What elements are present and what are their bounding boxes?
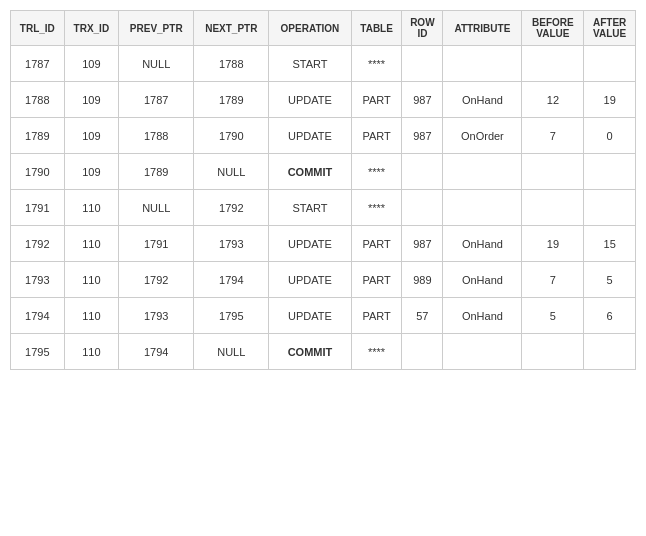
cell-table: PART	[351, 82, 402, 118]
cell-trl_id: 1790	[11, 154, 65, 190]
cell-table: ****	[351, 190, 402, 226]
cell-next_ptr: NULL	[194, 334, 269, 370]
cell-table: ****	[351, 154, 402, 190]
cell-prev_ptr: NULL	[119, 190, 194, 226]
table-row: 178810917871789UPDATEPART987OnHand1219	[11, 82, 636, 118]
cell-before_value	[522, 190, 584, 226]
cell-next_ptr: 1792	[194, 190, 269, 226]
cell-next_ptr: NULL	[194, 154, 269, 190]
cell-row_id: 57	[402, 298, 443, 334]
cell-next_ptr: 1794	[194, 262, 269, 298]
cell-operation: COMMIT	[269, 154, 352, 190]
cell-before_value: 7	[522, 262, 584, 298]
cell-after_value	[584, 190, 636, 226]
cell-trx_id: 110	[64, 262, 118, 298]
cell-trx_id: 109	[64, 154, 118, 190]
col-header-row-id: ROWID	[402, 11, 443, 46]
cell-next_ptr: 1789	[194, 82, 269, 118]
cell-next_ptr: 1790	[194, 118, 269, 154]
cell-after_value	[584, 154, 636, 190]
col-header-attribute: ATTRIBUTE	[443, 11, 522, 46]
cell-operation: UPDATE	[269, 82, 352, 118]
cell-operation: COMMIT	[269, 334, 352, 370]
cell-trl_id: 1791	[11, 190, 65, 226]
cell-after_value: 19	[584, 82, 636, 118]
cell-row_id: 987	[402, 118, 443, 154]
cell-operation: UPDATE	[269, 262, 352, 298]
cell-trl_id: 1788	[11, 82, 65, 118]
cell-attribute: OnOrder	[443, 118, 522, 154]
cell-attribute: OnHand	[443, 226, 522, 262]
cell-prev_ptr: NULL	[119, 46, 194, 82]
cell-trx_id: 109	[64, 46, 118, 82]
table-row: 1787109NULL1788START****	[11, 46, 636, 82]
cell-before_value: 5	[522, 298, 584, 334]
cell-trx_id: 110	[64, 298, 118, 334]
cell-prev_ptr: 1794	[119, 334, 194, 370]
col-header-before-value: BEFOREVALUE	[522, 11, 584, 46]
cell-attribute: OnHand	[443, 82, 522, 118]
cell-before_value	[522, 154, 584, 190]
cell-row_id	[402, 154, 443, 190]
col-header-next-ptr: NEXT_PTR	[194, 11, 269, 46]
cell-trl_id: 1787	[11, 46, 65, 82]
cell-prev_ptr: 1788	[119, 118, 194, 154]
cell-table: PART	[351, 262, 402, 298]
cell-table: ****	[351, 334, 402, 370]
table-row: 179411017931795UPDATEPART57OnHand56	[11, 298, 636, 334]
cell-prev_ptr: 1789	[119, 154, 194, 190]
cell-trl_id: 1792	[11, 226, 65, 262]
cell-after_value: 0	[584, 118, 636, 154]
cell-trl_id: 1793	[11, 262, 65, 298]
cell-before_value: 7	[522, 118, 584, 154]
cell-attribute: OnHand	[443, 298, 522, 334]
cell-attribute	[443, 154, 522, 190]
cell-after_value	[584, 334, 636, 370]
cell-trx_id: 110	[64, 226, 118, 262]
cell-attribute	[443, 190, 522, 226]
cell-row_id	[402, 46, 443, 82]
cell-trx_id: 109	[64, 82, 118, 118]
col-header-after-value: AFTERVALUE	[584, 11, 636, 46]
cell-prev_ptr: 1791	[119, 226, 194, 262]
table-row: 17901091789NULLCOMMIT****	[11, 154, 636, 190]
cell-before_value	[522, 46, 584, 82]
table-row: 178910917881790UPDATEPART987OnOrder70	[11, 118, 636, 154]
cell-table: PART	[351, 118, 402, 154]
cell-prev_ptr: 1787	[119, 82, 194, 118]
table-row: 179311017921794UPDATEPART989OnHand75	[11, 262, 636, 298]
cell-row_id: 989	[402, 262, 443, 298]
cell-operation: START	[269, 46, 352, 82]
col-header-operation: OPERATION	[269, 11, 352, 46]
cell-row_id: 987	[402, 226, 443, 262]
cell-operation: UPDATE	[269, 298, 352, 334]
cell-trl_id: 1794	[11, 298, 65, 334]
cell-after_value: 6	[584, 298, 636, 334]
cell-trx_id: 109	[64, 118, 118, 154]
cell-next_ptr: 1788	[194, 46, 269, 82]
cell-attribute	[443, 334, 522, 370]
cell-operation: UPDATE	[269, 226, 352, 262]
cell-prev_ptr: 1792	[119, 262, 194, 298]
cell-after_value: 15	[584, 226, 636, 262]
cell-before_value	[522, 334, 584, 370]
cell-operation: START	[269, 190, 352, 226]
cell-before_value: 12	[522, 82, 584, 118]
cell-after_value: 5	[584, 262, 636, 298]
col-header-trl-id: TRL_ID	[11, 11, 65, 46]
cell-table: PART	[351, 226, 402, 262]
cell-before_value: 19	[522, 226, 584, 262]
cell-after_value	[584, 46, 636, 82]
col-header-trx-id: TRX_ID	[64, 11, 118, 46]
cell-attribute: OnHand	[443, 262, 522, 298]
cell-attribute	[443, 46, 522, 82]
cell-prev_ptr: 1793	[119, 298, 194, 334]
cell-trl_id: 1795	[11, 334, 65, 370]
cell-trx_id: 110	[64, 334, 118, 370]
cell-next_ptr: 1795	[194, 298, 269, 334]
cell-trx_id: 110	[64, 190, 118, 226]
cell-table: PART	[351, 298, 402, 334]
cell-row_id	[402, 190, 443, 226]
table-row: 1791110NULL1792START****	[11, 190, 636, 226]
cell-row_id: 987	[402, 82, 443, 118]
